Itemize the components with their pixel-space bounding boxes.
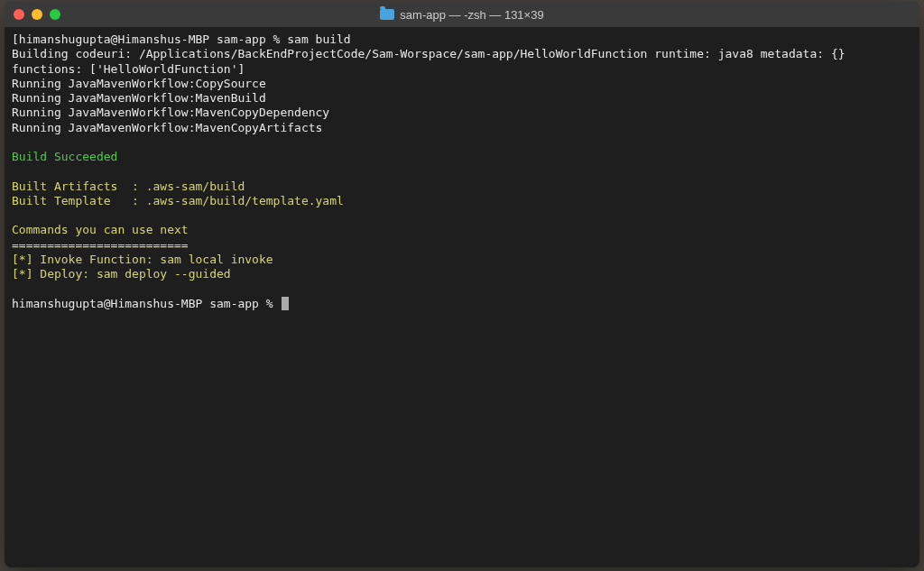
prompt-text: himanshugupta@Himanshus-MBP sam-app % [12,297,280,310]
output-line: Running JavaMavenWorkflow:MavenCopyDepen… [12,106,912,120]
commands-divider: ========================= [12,238,912,253]
output-line: Building codeuri: /Applications/BackEndP… [12,47,912,77]
prompt-line: himanshugupta@Himanshus-MBP sam-app % [12,297,912,311]
traffic-lights [5,9,60,20]
close-button[interactable] [14,9,24,20]
commands-header: Commands you can use next [12,223,912,237]
terminal-window: sam-app — -zsh — 131×39 [himanshugupta@H… [5,2,919,567]
window-title-area: sam-app — -zsh — 131×39 [380,8,543,22]
output-line: Running JavaMavenWorkflow:MavenCopyArtif… [12,121,912,135]
minimize-button[interactable] [32,9,42,20]
prompt-text: himanshugupta@Himanshus-MBP sam-app % [19,32,287,46]
window-title: sam-app — -zsh — 131×39 [400,8,543,22]
output-line: Running JavaMavenWorkflow:MavenBuild [12,91,912,106]
scrollbar-thumb[interactable] [913,32,919,212]
terminal-body[interactable]: [himanshugupta@Himanshus-MBP sam-app % s… [5,27,919,567]
blank-line [12,135,912,150]
folder-icon [380,9,394,20]
maximize-button[interactable] [50,9,60,20]
titlebar[interactable]: sam-app — -zsh — 131×39 [5,2,919,27]
command-suggestion: [*] Deploy: sam deploy --guided [12,267,912,281]
blank-line [12,164,912,179]
artifacts-line: Built Artifacts : .aws-sam/build [12,180,912,194]
cursor [282,297,289,310]
success-line: Build Succeeded [12,150,912,164]
command-text: sam build [287,32,350,46]
prompt-line: [himanshugupta@Himanshus-MBP sam-app % s… [12,32,912,47]
blank-line [12,281,912,296]
template-line: Built Template : .aws-sam/build/template… [12,194,912,208]
command-suggestion: [*] Invoke Function: sam local invoke [12,253,912,267]
blank-line [12,208,912,223]
output-line: Running JavaMavenWorkflow:CopySource [12,77,912,91]
